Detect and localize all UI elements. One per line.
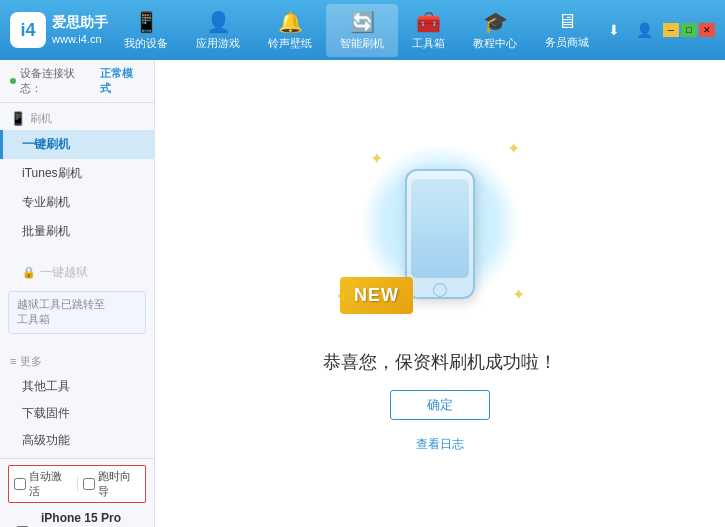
lock-icon: 🔒	[22, 266, 36, 279]
sidebar-item-batch-flash[interactable]: 批量刷机	[0, 217, 154, 246]
device-name: iPhone 15 Pro Max	[41, 511, 144, 527]
flash-section: 📱 刷机 一键刷机 iTunes刷机 专业刷机 批量刷机	[0, 103, 154, 250]
phone-illustration: ✦ ✦ ✦ NEW	[350, 134, 530, 334]
sidebar: 设备连接状态： 正常模式 📱 刷机 一键刷机 iTunes刷机 专业刷机 批量刷…	[0, 60, 155, 527]
time-guide-input[interactable]	[83, 478, 95, 490]
sparkle-icon-2: ✦	[370, 149, 383, 168]
status-value: 正常模式	[100, 66, 144, 96]
sidebar-item-jailbreak: 🔒 一键越狱	[0, 258, 154, 287]
logo-text: 爱思助手 www.i4.cn	[52, 13, 108, 48]
device-info: iPhone 15 Pro Max 512GB iPhone	[41, 511, 144, 527]
jailbreak-notice: 越狱工具已跳转至工具箱	[8, 291, 146, 334]
nav-service-label: 务员商城	[545, 35, 589, 50]
sidebar-item-one-key-flash[interactable]: 一键刷机	[0, 130, 154, 159]
nav-my-device[interactable]: 📱 我的设备	[110, 4, 182, 57]
jailbreak-label: 一键越狱	[40, 264, 88, 281]
logo-icon: i4	[10, 12, 46, 48]
nav-bar: 📱 我的设备 👤 应用游戏 🔔 铃声壁纸 🔄 智能刷机 🧰 工具箱 🎓 教程中心…	[110, 4, 603, 57]
sidebar-item-pro-flash[interactable]: 专业刷机	[0, 188, 154, 217]
flash-section-title: 📱 刷机	[0, 107, 154, 130]
sidebar-item-itunes-flash[interactable]: iTunes刷机	[0, 159, 154, 188]
flash-section-icon: 📱	[10, 111, 26, 126]
logo-main: 爱思助手	[52, 13, 108, 33]
more-section-icon: ≡	[10, 355, 16, 367]
auto-activate-label: 自动激活	[29, 469, 71, 499]
checkbox-separator	[77, 477, 78, 491]
window-controls: ─ □ ✕	[663, 23, 715, 37]
jailbreak-section: 🔒 一键越狱 越狱工具已跳转至工具箱	[0, 254, 154, 342]
sparkle-icon-3: ✦	[512, 285, 525, 304]
logo-sub: www.i4.cn	[52, 32, 108, 47]
main-layout: 设备连接状态： 正常模式 📱 刷机 一键刷机 iTunes刷机 专业刷机 批量刷…	[0, 60, 725, 527]
device-row: 📱 iPhone 15 Pro Max 512GB iPhone	[8, 507, 146, 527]
nav-flash-icon: 🔄	[350, 10, 375, 34]
maximize-button[interactable]: □	[681, 23, 697, 37]
logo: i4 爱思助手 www.i4.cn	[10, 12, 110, 48]
minimize-button[interactable]: ─	[663, 23, 679, 37]
main-content: ✦ ✦ ✦ NEW 恭喜您，保资料刷机成功啦！ 确定 查看日志	[155, 60, 725, 527]
more-section: ≡ 更多 其他工具 下载固件 高级功能	[0, 346, 154, 458]
header-right-controls: ⬇ 👤 ─ □ ✕	[603, 19, 715, 41]
nav-flash-label: 智能刷机	[340, 36, 384, 51]
nav-apps-games[interactable]: 👤 应用游戏	[182, 4, 254, 57]
sidebar-item-download-firmware[interactable]: 下载固件	[0, 400, 154, 427]
logo-char: i4	[20, 20, 35, 41]
header: i4 爱思助手 www.i4.cn 📱 我的设备 👤 应用游戏 🔔 铃声壁纸 🔄…	[0, 0, 725, 60]
device-status-bar: 设备连接状态： 正常模式	[0, 60, 154, 103]
nav-tutorial-icon: 🎓	[483, 10, 508, 34]
nav-toolbox-icon: 🧰	[416, 10, 441, 34]
nav-tutorial-label: 教程中心	[473, 36, 517, 51]
nav-toolbox[interactable]: 🧰 工具箱	[398, 4, 459, 57]
nav-device-icon: 📱	[134, 10, 159, 34]
auto-activate-row: 自动激活 跑时向导	[8, 465, 146, 503]
nav-toolbox-label: 工具箱	[412, 36, 445, 51]
new-badge-text: NEW	[354, 285, 399, 305]
time-guide-checkbox[interactable]: 跑时向导	[83, 469, 140, 499]
jailbreak-notice-text: 越狱工具已跳转至工具箱	[17, 298, 105, 325]
nav-ringtones-label: 铃声壁纸	[268, 36, 312, 51]
nav-apps-label: 应用游戏	[196, 36, 240, 51]
nav-apps-icon: 👤	[206, 10, 231, 34]
nav-service-icon: 🖥	[557, 10, 577, 33]
phone-home-button	[433, 283, 447, 297]
auto-activate-input[interactable]	[14, 478, 26, 490]
more-section-label: 更多	[20, 354, 42, 369]
nav-tutorial[interactable]: 🎓 教程中心	[459, 4, 531, 57]
flash-section-label: 刷机	[30, 111, 52, 126]
phone-screen	[411, 179, 469, 278]
nav-device-label: 我的设备	[124, 36, 168, 51]
close-button[interactable]: ✕	[699, 23, 715, 37]
nav-service[interactable]: 🖥 务员商城	[531, 4, 603, 57]
success-area: ✦ ✦ ✦ NEW 恭喜您，保资料刷机成功啦！ 确定 查看日志	[323, 134, 557, 453]
auto-activate-checkbox[interactable]: 自动激活	[14, 469, 71, 499]
status-indicator	[10, 78, 16, 84]
more-section-title: ≡ 更多	[0, 350, 154, 373]
status-label: 设备连接状态：	[20, 66, 96, 96]
new-badge-inner: NEW	[340, 277, 413, 314]
success-title: 恭喜您，保资料刷机成功啦！	[323, 350, 557, 374]
new-badge: NEW	[340, 277, 413, 314]
view-log-link[interactable]: 查看日志	[416, 436, 464, 453]
time-guide-label: 跑时向导	[98, 469, 140, 499]
user-button[interactable]: 👤	[633, 19, 655, 41]
sparkle-icon-1: ✦	[507, 139, 520, 158]
nav-ringtones[interactable]: 🔔 铃声壁纸	[254, 4, 326, 57]
phone-body	[405, 169, 475, 299]
sidebar-item-advanced[interactable]: 高级功能	[0, 427, 154, 454]
sidebar-bottom: 自动激活 跑时向导 📱 iPhone 15 Pro Max 512GB iPho…	[0, 458, 154, 527]
confirm-button[interactable]: 确定	[390, 390, 490, 420]
download-button[interactable]: ⬇	[603, 19, 625, 41]
nav-ringtones-icon: 🔔	[278, 10, 303, 34]
nav-smart-flash[interactable]: 🔄 智能刷机	[326, 4, 398, 57]
sidebar-item-other-tools[interactable]: 其他工具	[0, 373, 154, 400]
